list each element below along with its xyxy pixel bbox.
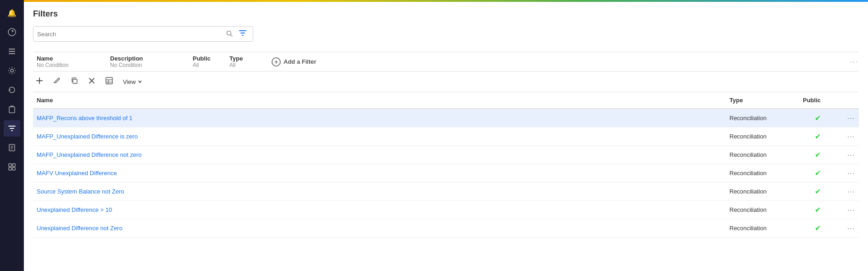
table-row[interactable]: Unexplained Difference not Zero Reconcil…	[33, 219, 859, 238]
row-name-cell: Source System Balance not Zero	[33, 183, 726, 201]
settings-star-icon[interactable]	[4, 62, 20, 79]
svg-rect-12	[9, 167, 11, 170]
desc-col-label: Description	[110, 55, 185, 62]
name-col-value: No Condition	[37, 62, 103, 68]
table-row[interactable]: MAFV Unexplained Difference Reconciliati…	[33, 164, 859, 183]
row-public-cell: ✔	[799, 109, 836, 127]
filter-name-link[interactable]: Source System Balance not Zero	[37, 188, 124, 195]
bell-icon[interactable]: 🔔	[4, 5, 20, 21]
public-check-icon: ✔	[815, 206, 821, 214]
view-label: View	[123, 78, 136, 85]
svg-rect-5	[9, 107, 15, 113]
more-options-button[interactable]	[850, 58, 859, 66]
report-icon[interactable]	[4, 139, 20, 156]
row-actions-cell[interactable]	[836, 127, 859, 146]
public-check-icon: ✔	[815, 169, 821, 177]
svg-rect-11	[12, 164, 15, 166]
svg-rect-13	[12, 167, 15, 170]
svg-rect-10	[9, 164, 11, 166]
desc-filter-col: Description No Condition	[106, 55, 189, 68]
row-name-cell: Unexplained Difference > 10	[33, 201, 726, 219]
search-input[interactable]	[37, 31, 226, 38]
table-row[interactable]: MAFP_Recons above threshold of 1 Reconci…	[33, 109, 859, 127]
row-type-cell: Reconciliation	[726, 183, 799, 201]
row-public-cell: ✔	[799, 201, 836, 219]
filter-name-link[interactable]: MAFV Unexplained Difference	[37, 170, 117, 177]
row-public-cell: ✔	[799, 164, 836, 183]
toolbar: View	[33, 72, 859, 92]
col-header-public: Public	[799, 92, 836, 109]
public-check-icon: ✔	[815, 133, 821, 140]
row-type-cell: Reconciliation	[726, 164, 799, 183]
list-check-icon[interactable]	[4, 43, 20, 60]
type-filter-col: Type All	[226, 55, 272, 68]
table-row[interactable]: MAFP_Unexplained Difference is zero Reco…	[33, 127, 859, 146]
row-public-cell: ✔	[799, 183, 836, 201]
row-type-cell: Reconciliation	[726, 109, 799, 127]
col-header-name: Name	[33, 92, 726, 109]
svg-point-4	[11, 69, 13, 72]
name-col-label: Name	[37, 55, 103, 62]
row-name-cell: MAFP_Recons above threshold of 1	[33, 109, 726, 127]
filter-name-link[interactable]: MAFP_Unexplained Difference not zero	[37, 151, 142, 158]
svg-rect-1	[9, 49, 15, 50]
svg-rect-2	[9, 51, 15, 52]
chart-icon[interactable]	[4, 24, 20, 40]
refresh-icon[interactable]	[4, 82, 20, 98]
svg-rect-3	[9, 53, 15, 54]
filter-condition-row: Name No Condition Description No Conditi…	[33, 52, 859, 72]
row-type-cell: Reconciliation	[726, 201, 799, 219]
filters-table: Name Type Public MAFP_Recons above thres…	[33, 92, 859, 238]
filter-icon[interactable]	[4, 120, 20, 137]
row-public-cell: ✔	[799, 146, 836, 164]
row-type-cell: Reconciliation	[726, 146, 799, 164]
row-more-icon[interactable]	[847, 133, 855, 140]
public-filter-col: Public All	[189, 55, 226, 68]
public-check-icon: ✔	[815, 114, 821, 122]
public-check-icon: ✔	[815, 224, 821, 232]
row-actions-cell[interactable]	[836, 183, 859, 201]
filter-name-link[interactable]: MAFP_Unexplained Difference is zero	[37, 133, 138, 140]
table-row[interactable]: Source System Balance not Zero Reconcili…	[33, 183, 859, 201]
add-filter-button[interactable]: + Add a Filter	[272, 57, 317, 66]
add-button[interactable]	[33, 75, 46, 88]
table-row[interactable]: MAFP_Unexplained Difference not zero Rec…	[33, 146, 859, 164]
view-dropdown-button[interactable]: View	[120, 77, 145, 87]
row-more-icon[interactable]	[847, 170, 855, 177]
filter-name-link[interactable]: Unexplained Difference > 10	[37, 206, 112, 213]
add-filter-label: Add a Filter	[284, 58, 317, 65]
clipboard-icon[interactable]	[4, 101, 20, 117]
table-row[interactable]: Unexplained Difference > 10 Reconciliati…	[33, 201, 859, 219]
active-filter-button[interactable]	[236, 28, 249, 39]
row-more-icon[interactable]	[847, 206, 855, 213]
name-filter-col: Name No Condition	[33, 55, 106, 68]
row-actions-cell[interactable]	[836, 164, 859, 183]
search-icon	[226, 30, 233, 38]
col-header-actions	[836, 92, 859, 109]
filter-name-link[interactable]: MAFP_Recons above threshold of 1	[37, 115, 133, 122]
delete-button[interactable]	[85, 75, 98, 88]
row-more-icon[interactable]	[847, 115, 855, 122]
public-check-icon: ✔	[815, 188, 821, 195]
public-check-icon: ✔	[815, 151, 821, 159]
row-more-icon[interactable]	[847, 225, 855, 232]
row-actions-cell[interactable]	[836, 146, 859, 164]
row-actions-cell[interactable]	[836, 109, 859, 127]
type-col-label: Type	[229, 55, 268, 62]
desc-col-value: No Condition	[110, 62, 185, 68]
row-more-icon[interactable]	[847, 188, 855, 195]
row-name-cell: Unexplained Difference not Zero	[33, 219, 726, 238]
edit-button[interactable]	[50, 75, 63, 88]
public-col-label: Public	[193, 55, 222, 62]
table-view-button[interactable]	[103, 75, 116, 88]
data-icon[interactable]	[4, 159, 20, 175]
row-actions-cell[interactable]	[836, 219, 859, 238]
content-area: Filters Name	[24, 2, 868, 271]
row-actions-cell[interactable]	[836, 201, 859, 219]
copy-button[interactable]	[68, 75, 81, 88]
row-more-icon[interactable]	[847, 151, 855, 158]
public-col-value: All	[193, 62, 222, 68]
filter-name-link[interactable]: Unexplained Difference not Zero	[37, 225, 122, 232]
search-bar	[33, 26, 253, 42]
row-type-cell: Reconciliation	[726, 219, 799, 238]
